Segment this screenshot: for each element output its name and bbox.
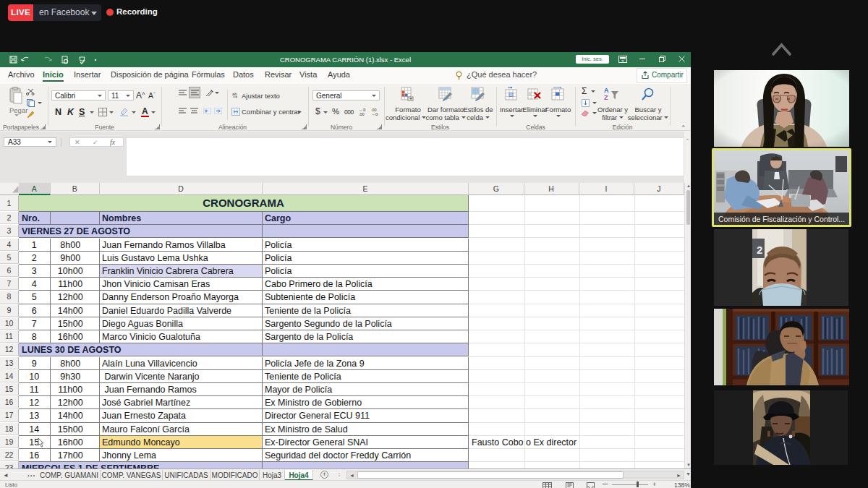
svg-text:A: A	[604, 87, 609, 94]
svg-text:Z: Z	[604, 94, 608, 101]
svg-text:→0: →0	[371, 112, 378, 116]
svg-text:2: 2	[757, 244, 762, 256]
svg-text:ab: ab	[232, 92, 237, 96]
svg-text:Comisión de Fiscalización y Co: Comisión de Fiscalización y Control...	[718, 215, 845, 223]
svg-text:.00: .00	[359, 112, 365, 116]
